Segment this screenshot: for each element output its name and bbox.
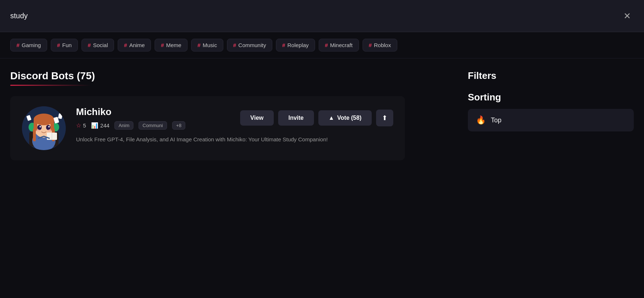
star-icon: ☆ — [76, 122, 81, 129]
svg-point-14 — [48, 126, 50, 127]
tag-label-minecraft: Minecraft — [330, 42, 353, 48]
tag-hash-roleplay: # — [282, 42, 285, 48]
share-icon: ⬆ — [382, 114, 387, 122]
bot-name: Michiko — [76, 106, 185, 118]
section-title: Discord Bots (75) — [10, 70, 447, 82]
tag-community[interactable]: #Community — [227, 39, 272, 51]
tag-label-fun: Fun — [62, 42, 72, 48]
tag-social[interactable]: #Social — [82, 39, 114, 51]
tag-hash-meme: # — [161, 42, 164, 48]
tag-label-anime: Anime — [129, 42, 145, 48]
tag-label-music: Music — [203, 42, 217, 48]
tag-roleplay[interactable]: #Roleplay — [276, 39, 315, 51]
bot-servers: 📊 244 — [91, 122, 109, 129]
share-button[interactable]: ⬆ — [376, 110, 393, 126]
tag-meme[interactable]: #Meme — [155, 39, 187, 51]
search-input[interactable]: study — [10, 12, 621, 20]
tag-anime[interactable]: #Anime — [118, 39, 151, 51]
tag-label-roblox: Roblox — [374, 42, 391, 48]
bot-tag-more: +8 — [172, 121, 186, 130]
tag-label-meme: Meme — [166, 42, 182, 48]
tag-hash-fun: # — [57, 42, 60, 48]
tag-hash-roblox: # — [369, 42, 372, 48]
tag-music[interactable]: #Music — [191, 39, 223, 51]
bot-rating: ☆ 5 — [76, 122, 86, 129]
left-panel: Discord Bots (75) — [0, 58, 458, 172]
bot-avatar — [22, 106, 66, 150]
svg-point-12 — [46, 125, 50, 130]
bot-actions: View Invite ▲ Vote (58) ⬆ — [240, 110, 393, 126]
vote-label: Vote (58) — [337, 115, 361, 121]
tag-hash-gaming: # — [16, 42, 19, 48]
vote-button[interactable]: ▲ Vote (58) — [318, 110, 372, 126]
main-content: Discord Bots (75) — [0, 58, 644, 172]
tag-gaming[interactable]: #Gaming — [10, 39, 47, 51]
svg-rect-9 — [33, 128, 36, 141]
search-close-button[interactable]: ✕ — [621, 9, 634, 23]
tag-hash-anime: # — [124, 42, 127, 48]
sorting-title: Sorting — [468, 92, 634, 103]
tag-label-social: Social — [93, 42, 108, 48]
svg-point-13 — [39, 126, 41, 127]
section-title-underline — [10, 85, 91, 86]
tag-label-roleplay: Roleplay — [287, 42, 308, 48]
bot-info: Michiko ☆ 5 📊 244 Anim Communi — [76, 106, 393, 144]
tag-hash-music: # — [197, 42, 200, 48]
tag-roblox[interactable]: #Roblox — [363, 39, 397, 51]
search-bar: study ✕ — [0, 0, 644, 32]
bot-card: Michiko ☆ 5 📊 244 Anim Communi — [10, 96, 405, 160]
tag-hash-minecraft: # — [325, 42, 328, 48]
invite-button[interactable]: Invite — [278, 110, 314, 126]
svg-point-15 — [36, 129, 40, 131]
bot-tag-communi: Communi — [139, 121, 167, 130]
bot-description: Unlock Free GPT-4, File Analysis, and AI… — [76, 135, 339, 144]
tag-label-community: Community — [238, 42, 266, 48]
bot-meta: ☆ 5 📊 244 Anim Communi +8 — [76, 121, 185, 130]
filters-title: Filters — [468, 70, 634, 81]
server-count: 244 — [100, 122, 109, 129]
vote-arrow-icon: ▲ — [329, 115, 334, 121]
bot-tag-anim: Anim — [114, 121, 133, 130]
tag-hash-community: # — [233, 42, 236, 48]
sorting-option-top-label: Top — [491, 116, 501, 124]
svg-point-16 — [48, 129, 52, 131]
sorting-option-top[interactable]: 🔥 Top — [468, 109, 634, 131]
tag-fun[interactable]: #Fun — [51, 39, 78, 51]
bar-chart-icon: 📊 — [91, 122, 98, 129]
tag-hash-social: # — [88, 42, 91, 48]
tag-minecraft[interactable]: #Minecraft — [319, 39, 359, 51]
fire-icon: 🔥 — [476, 115, 486, 125]
tags-row: #Gaming#Fun#Social#Anime#Meme#Music#Comm… — [0, 32, 644, 58]
svg-point-11 — [37, 125, 42, 130]
tag-label-gaming: Gaming — [22, 42, 41, 48]
right-panel: Filters Sorting 🔥 Top — [458, 58, 644, 172]
view-button[interactable]: View — [240, 110, 274, 126]
rating-value: 5 — [83, 122, 86, 129]
